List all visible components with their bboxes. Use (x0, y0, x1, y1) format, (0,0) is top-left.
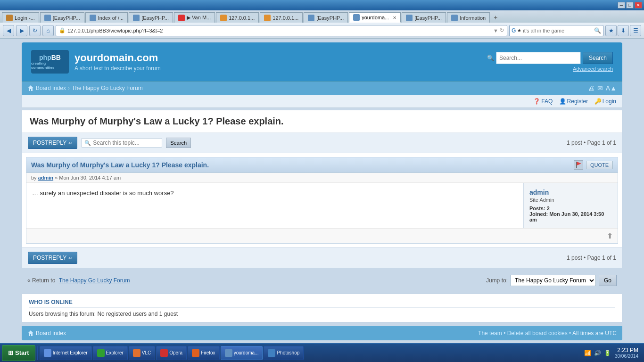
tab-label-3: [EasyPHP... (141, 15, 169, 21)
bookmark-button[interactable]: ★ (605, 25, 617, 36)
maximize-button[interactable]: □ (626, 2, 634, 8)
taskbar-label-opera: Opera (169, 350, 182, 355)
quote-button[interactable]: QUOTE (586, 161, 613, 169)
header-search-input[interactable] (496, 52, 581, 64)
print-icon[interactable]: 🖨 (588, 84, 594, 92)
taskbar-btn-ie[interactable]: Internet Explorer (40, 346, 92, 360)
delete-cookies-link[interactable]: Delete all board cookies (507, 330, 568, 337)
post-bottom: ⬆ (26, 228, 618, 243)
post-count-top: 1 post • Page 1 of 1 (567, 140, 616, 146)
tab-3[interactable]: [EasyPHP... (129, 12, 173, 23)
breadcrumb-board-index[interactable]: Board index (36, 85, 66, 91)
register-link[interactable]: 👤Register (559, 98, 588, 105)
header-search-button[interactable]: Search (583, 52, 613, 64)
address-bar[interactable]: 🔒 127.0.0.1/phpBB3/viewtopic.php?f=3&t=2… (56, 25, 507, 36)
tab-2[interactable]: Index of /... (85, 12, 128, 23)
tab-1[interactable]: [EasyPHP... (40, 12, 84, 23)
tab-0[interactable]: Login -... (2, 12, 39, 23)
tab-icon-9 (406, 15, 413, 21)
forward-button[interactable]: ▶ (16, 25, 27, 36)
back-button[interactable]: ◀ (3, 25, 14, 36)
svg-rect-0 (576, 162, 577, 168)
taskbar-icon-firefox (192, 349, 199, 357)
footer-home-icon (27, 330, 34, 337)
site-tagline: A short text to describe your forum (74, 65, 161, 72)
close-button[interactable]: ✕ (635, 2, 642, 8)
tab-9[interactable]: [EasyPHP... (402, 12, 446, 23)
nav-bar: ◀ ▶ ↻ ⌂ 🔒 127.0.0.1/phpBB3/viewtopic.php… (0, 23, 644, 39)
breadcrumb-forum: The Happy Go Lucky Forum (72, 85, 143, 91)
browser-search-bar[interactable]: G ★ 🔍 (509, 25, 603, 36)
window-controls[interactable]: ─ □ ✕ (618, 2, 642, 8)
menu-button[interactable]: ☰ (630, 25, 641, 36)
taskbar-icon-photoshop (268, 349, 275, 357)
reload-button[interactable]: ↻ (29, 25, 41, 36)
jumpto-select[interactable]: The Happy Go Lucky Forum (511, 275, 596, 286)
poster-joined: Joined: Mon Jun 30, 2014 3:50 am (529, 211, 612, 222)
taskbar-btn-active[interactable]: yourdoma... (221, 346, 263, 360)
jumpto-go-button[interactable]: Go (599, 275, 617, 286)
battery-icon: 🔋 (603, 349, 612, 357)
taskbar-label-chrome: Explorer (106, 350, 124, 355)
register-icon: 👤 (559, 98, 566, 105)
browser-search-icon: 🔍 (594, 27, 601, 34)
tab-8[interactable]: yourdoma... ✕ (349, 12, 401, 23)
scroll-top-icon[interactable]: ⬆ (607, 232, 613, 240)
home-icon (27, 85, 34, 91)
tab-label-4: ▶ Van M... (187, 15, 211, 21)
browser-search-input[interactable] (523, 28, 593, 33)
taskbar-btn-chrome[interactable]: Explorer (93, 346, 128, 360)
tab-10[interactable]: Information (447, 12, 490, 23)
poster-link[interactable]: admin (38, 175, 53, 181)
login-link[interactable]: 🔑Login (594, 98, 616, 105)
text-size-icon[interactable]: A▲ (606, 84, 617, 92)
topic-title: Was Murphy of Murphy's Law a Lucky 1? Pl… (22, 110, 622, 133)
jumpto-left: « Return to The Happy Go Lucky Forum (27, 277, 130, 284)
poster-name: admin (529, 189, 612, 196)
return-link[interactable]: The Happy Go Lucky Forum (59, 277, 130, 284)
tab-close-8[interactable]: ✕ (393, 15, 396, 20)
start-label: Start (15, 349, 29, 356)
taskbar-icon-vlc (133, 349, 140, 357)
taskbar-btn-firefox[interactable]: Firefox (188, 346, 220, 360)
tab-icon-7 (308, 15, 314, 21)
joined-label: Joined: (529, 211, 548, 217)
posts-count: 2 (547, 206, 550, 211)
taskbar-label-ie: Internet Explorer (53, 350, 88, 355)
breadcrumb-separator: › (68, 85, 70, 91)
post-content-area: … surely an unexpected disaster is so mu… (26, 183, 523, 228)
who-online-text: Users browsing this forum: No registered… (29, 311, 615, 317)
taskbar-icon-opera (160, 349, 168, 357)
start-button[interactable]: ⊞ Start (2, 345, 35, 361)
tab-6[interactable]: 127.0.0.1... (260, 12, 303, 23)
taskbar-btn-photoshop[interactable]: Photoshop (264, 346, 304, 360)
new-tab-button[interactable]: + (491, 12, 500, 23)
footer-board-index[interactable]: Board index (36, 330, 66, 337)
taskbar-btn-opera[interactable]: Opera (156, 346, 187, 360)
faq-link[interactable]: ❓FAQ (533, 98, 553, 105)
postreply-button[interactable]: POSTREPLY ↩ (28, 137, 77, 149)
home-button[interactable]: ⌂ (42, 25, 54, 36)
email-icon[interactable]: ✉ (597, 84, 603, 92)
tab-icon-2 (90, 15, 96, 21)
postreply-bottom-button[interactable]: POSTREPLY ↩ (28, 252, 77, 264)
jumpto-label: Jump to: (486, 277, 508, 284)
search-topic-input[interactable] (93, 140, 159, 146)
tab-label-6: 127.0.0.1... (272, 15, 298, 21)
clock-date: 30/06/2014 (615, 354, 638, 359)
tab-5[interactable]: 127.0.0.1... (216, 12, 259, 23)
search-topic-button[interactable]: Search (166, 138, 191, 148)
taskbar-btn-vlc[interactable]: VLC (129, 346, 155, 360)
minimize-button[interactable]: ─ (618, 2, 625, 8)
post-count-bottom: 1 post • Page 1 of 1 (567, 255, 616, 261)
tab-7[interactable]: [EasyPHP... (304, 12, 348, 23)
posts-label: Posts: (529, 206, 545, 211)
header-search-row: 🔍 Search (487, 52, 613, 64)
forum-header: phpBB creating communities yourdomain.co… (22, 42, 622, 81)
tab-4[interactable]: ▶ Van M... (174, 12, 215, 23)
post-controls-left: POSTREPLY ↩ 🔍 Search (28, 137, 191, 149)
advanced-search-link[interactable]: Advanced search (573, 66, 613, 72)
tab-icon-5 (220, 15, 227, 21)
the-team-link[interactable]: The team (478, 330, 502, 337)
download-button[interactable]: ⬇ (618, 25, 629, 36)
